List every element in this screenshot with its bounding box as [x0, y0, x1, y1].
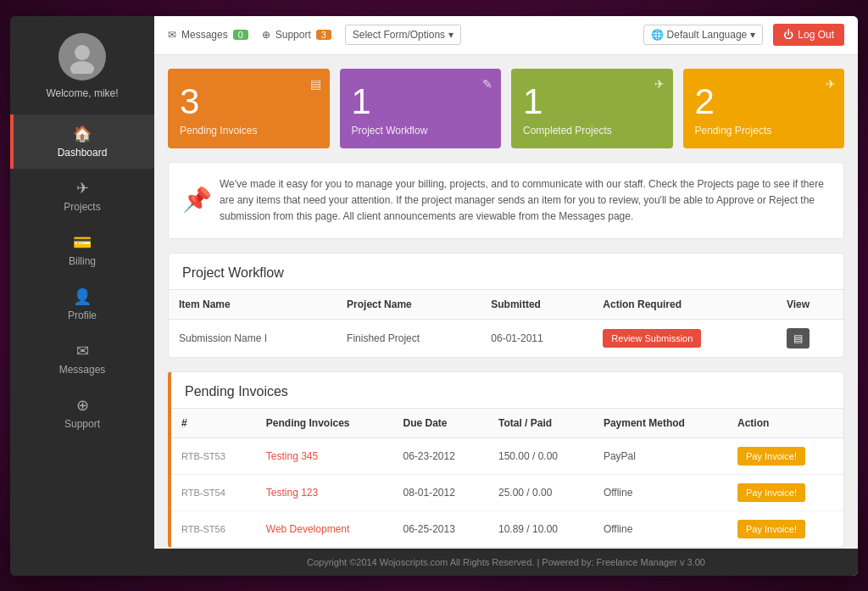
sidebar-item-dashboard[interactable]: 🏠 Dashboard [10, 114, 154, 169]
topbar-right: 🌐 Default Language ▾ ⏻ Log Out [643, 24, 844, 46]
inv-col-method: Payment Method [593, 409, 727, 438]
inv-col-name: Pending Invoices [256, 409, 393, 438]
stat-card-project-workflow[interactable]: ✎ 1 Project Workflow [340, 69, 502, 148]
stat-card-completed[interactable]: ✈ 1 Completed Projects [511, 69, 673, 148]
support-icon: ⊕ [76, 396, 89, 415]
table-row: RTB-ST56 Web Development 06-25-2013 10.8… [171, 511, 843, 548]
power-icon: ⏻ [783, 29, 793, 41]
pin-icon: 📌 [182, 181, 212, 220]
messages-badge: 0 [233, 30, 248, 40]
workflow-section: Project Workflow Item Name Project Name … [168, 253, 844, 358]
card-icon-completed: ✈ [654, 77, 665, 91]
completed-label: Completed Projects [523, 125, 661, 137]
chevron-down-icon: ▾ [448, 29, 453, 41]
pay-invoice-button-0[interactable]: Pay Invoice! [737, 447, 805, 466]
col-submitted: Submitted [481, 290, 593, 320]
sidebar-item-label: Dashboard [58, 147, 108, 159]
view-icon-button[interactable]: ▤ [787, 328, 810, 348]
workflow-submitted: 06-01-2011 [481, 320, 593, 358]
sidebar-item-label: Projects [64, 201, 100, 213]
projects-icon: ✈ [76, 179, 89, 198]
logout-label: Log Out [798, 29, 834, 41]
support-badge: 3 [316, 30, 331, 40]
sidebar-item-support[interactable]: ⊕ Support [10, 386, 154, 440]
messages-nav[interactable]: ✉ Messages 0 [168, 29, 248, 41]
topbar: ✉ Messages 0 ⊕ Support 3 Select Form/Opt… [154, 16, 858, 55]
profile-icon: 👤 [73, 287, 92, 306]
sidebar-item-label: Messages [59, 364, 106, 376]
workflow-number: 1 [352, 84, 490, 120]
sidebar-item-billing[interactable]: 💳 Billing [10, 223, 154, 277]
invoices-title: Pending Invoices [171, 372, 843, 409]
info-box: 📌 We've made it easy for you to manage y… [168, 162, 844, 240]
language-label: Default Language [667, 29, 748, 41]
footer-text: Copyright ©2014 Wojoscripts.com All Righ… [307, 557, 705, 567]
pending-projects-label: Pending Projects [695, 125, 833, 137]
stat-card-pending-projects[interactable]: ✈ 2 Pending Projects [683, 69, 845, 148]
pay-invoice-button-2[interactable]: Pay Invoice! [737, 520, 805, 538]
col-view: View [776, 290, 843, 320]
table-row: Submission Name I Finished Project 06-01… [169, 320, 843, 358]
table-row: RTB-ST54 Testing 123 08-01-2012 25.00 / … [171, 475, 843, 511]
sidebar: Welcome, mike! 🏠 Dashboard ✈ Projects 💳 … [10, 16, 154, 576]
stat-cards: ▤ 3 Pending Invoices ✎ 1 Project Workflo… [168, 69, 844, 148]
inv-name-2: Web Development [256, 511, 393, 548]
svg-point-1 [70, 61, 94, 74]
support-label: Support [275, 29, 311, 41]
inv-method-0: PayPal [593, 438, 727, 475]
inv-total-1: 25.00 / 0.00 [488, 475, 593, 511]
messages-label: Messages [181, 29, 228, 41]
card-icon-pending-proj: ✈ [826, 77, 836, 91]
form-select-label: Select Form/Options [353, 29, 445, 41]
card-icon-pending: ▤ [310, 77, 321, 91]
inv-method-1: Offline [593, 475, 727, 511]
form-select[interactable]: Select Form/Options ▾ [345, 25, 461, 45]
pay-invoice-button-1[interactable]: Pay Invoice! [737, 483, 805, 502]
support-nav[interactable]: ⊕ Support 3 [262, 29, 331, 41]
support-plus-icon: ⊕ [262, 29, 270, 41]
billing-icon: 💳 [73, 233, 92, 252]
card-icon-workflow: ✎ [482, 77, 492, 91]
stat-card-pending-invoices[interactable]: ▤ 3 Pending Invoices [168, 69, 330, 148]
col-action-required: Action Required [593, 290, 776, 320]
language-select[interactable]: 🌐 Default Language ▾ [643, 25, 764, 45]
messages-icon: ✉ [76, 342, 89, 360]
sidebar-nav: 🏠 Dashboard ✈ Projects 💳 Billing 👤 Profi… [10, 114, 154, 440]
envelope-icon: ✉ [168, 29, 176, 41]
inv-name-1: Testing 123 [256, 475, 393, 511]
sidebar-item-messages[interactable]: ✉ Messages [10, 332, 154, 386]
content: ▤ 3 Pending Invoices ✎ 1 Project Workflo… [154, 55, 858, 549]
inv-id-2: RTB-ST56 [171, 511, 256, 548]
inv-col-action: Action [727, 409, 843, 438]
sidebar-item-projects[interactable]: ✈ Projects [10, 169, 154, 223]
inv-due-2: 06-25-2013 [392, 511, 488, 548]
workflow-action-cell: Review Submission [593, 320, 776, 358]
review-submission-button[interactable]: Review Submission [603, 329, 701, 348]
inv-due-0: 06-23-2012 [392, 438, 488, 475]
sidebar-item-profile[interactable]: 👤 Profile [10, 277, 154, 332]
lang-chevron-icon: ▾ [750, 29, 755, 41]
inv-method-2: Offline [593, 511, 727, 548]
workflow-title: Project Workflow [169, 254, 843, 290]
flag-icon: 🌐 [651, 29, 664, 41]
inv-id-1: RTB-ST54 [171, 475, 256, 511]
pending-invoices-label: Pending Invoices [180, 125, 318, 137]
inv-col-id: # [171, 409, 256, 438]
inv-name-0: Testing 345 [256, 438, 393, 475]
footer: Copyright ©2014 Wojoscripts.com All Righ… [154, 549, 858, 576]
workflow-label: Project Workflow [352, 125, 490, 137]
inv-col-due: Due Date [392, 409, 488, 438]
pending-projects-number: 2 [695, 84, 833, 120]
logout-button[interactable]: ⏻ Log Out [773, 24, 844, 46]
inv-action-cell-1: Pay Invoice! [727, 475, 843, 511]
inv-id-0: RTB-ST53 [171, 438, 256, 475]
inv-action-cell-2: Pay Invoice! [727, 511, 843, 548]
workflow-project-name: Finished Project [337, 320, 481, 358]
welcome-text: Welcome, mike! [46, 87, 118, 99]
main-area: ✉ Messages 0 ⊕ Support 3 Select Form/Opt… [154, 16, 858, 576]
invoices-table: # Pending Invoices Due Date Total / Paid… [171, 409, 843, 547]
info-text: We've made it easy for you to manage you… [220, 178, 824, 222]
col-item-name: Item Name [169, 290, 337, 320]
workflow-table: Item Name Project Name Submitted Action … [169, 290, 843, 357]
pending-invoices-number: 3 [180, 84, 318, 120]
